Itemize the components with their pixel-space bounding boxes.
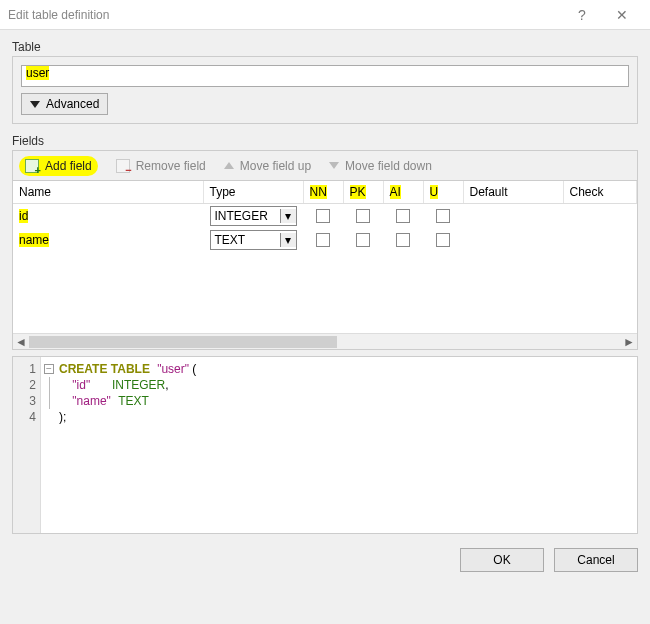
dropdown-icon[interactable]: ▾: [280, 233, 296, 247]
nn-checkbox[interactable]: [316, 209, 330, 223]
dropdown-icon[interactable]: ▾: [280, 209, 296, 223]
type-value: TEXT: [211, 233, 280, 247]
default-cell[interactable]: [463, 228, 563, 252]
move-up-label: Move field up: [240, 159, 311, 173]
col-header-u[interactable]: U: [423, 181, 463, 204]
col-header-pk[interactable]: PK: [343, 181, 383, 204]
table-header-row: Name Type NN PK AI U Default Check: [13, 181, 637, 204]
move-down-label: Move field down: [345, 159, 432, 173]
fold-toggle-icon[interactable]: −: [44, 364, 54, 374]
add-icon: [25, 159, 39, 173]
pk-checkbox[interactable]: [356, 233, 370, 247]
check-cell[interactable]: [563, 228, 637, 252]
type-select[interactable]: INTEGER ▾: [210, 206, 297, 226]
col-header-default[interactable]: Default: [463, 181, 563, 204]
chevron-down-icon: [30, 101, 40, 108]
type-value: INTEGER: [211, 209, 280, 223]
triangle-up-icon: [224, 162, 234, 169]
scroll-right-icon[interactable]: ►: [621, 335, 637, 349]
remove-icon: [116, 159, 130, 173]
scroll-left-icon[interactable]: ◄: [13, 335, 29, 349]
ai-checkbox[interactable]: [396, 233, 410, 247]
line-number-gutter: 1 2 3 4: [13, 357, 41, 533]
table-name-value: user: [26, 66, 49, 80]
fields-toolbar: Add field Remove field Move field up Mov…: [12, 150, 638, 180]
col-header-check[interactable]: Check: [563, 181, 637, 204]
move-up-button[interactable]: Move field up: [224, 159, 311, 173]
sql-preview: 1 2 3 4 − CREATE TABLE "user" ( "id" INT…: [12, 356, 638, 534]
cancel-button[interactable]: Cancel: [554, 548, 638, 572]
remove-field-button[interactable]: Remove field: [116, 159, 206, 173]
scrollbar-track[interactable]: [29, 334, 621, 350]
fold-column: −: [41, 357, 57, 533]
col-header-name[interactable]: Name: [13, 181, 203, 204]
nn-checkbox[interactable]: [316, 233, 330, 247]
help-button[interactable]: ?: [562, 7, 602, 23]
default-cell[interactable]: [463, 204, 563, 229]
triangle-down-icon: [329, 162, 339, 169]
table-group: user Advanced: [12, 56, 638, 124]
type-select[interactable]: TEXT ▾: [210, 230, 297, 250]
fields-table-container: Name Type NN PK AI U Default Check id: [12, 180, 638, 350]
add-field-label: Add field: [45, 159, 92, 173]
fields-table: Name Type NN PK AI U Default Check id: [13, 181, 637, 252]
table-row[interactable]: name TEXT ▾: [13, 228, 637, 252]
field-name[interactable]: id: [19, 209, 28, 223]
table-row[interactable]: id INTEGER ▾: [13, 204, 637, 229]
col-header-nn[interactable]: NN: [303, 181, 343, 204]
add-field-button[interactable]: Add field: [19, 156, 98, 176]
remove-field-label: Remove field: [136, 159, 206, 173]
advanced-button[interactable]: Advanced: [21, 93, 108, 115]
fields-section-label: Fields: [12, 134, 638, 148]
sql-code[interactable]: CREATE TABLE "user" ( "id" INTEGER, "nam…: [57, 357, 202, 533]
window-title: Edit table definition: [8, 8, 562, 22]
ok-button[interactable]: OK: [460, 548, 544, 572]
move-down-button[interactable]: Move field down: [329, 159, 432, 173]
horizontal-scrollbar[interactable]: ◄ ►: [13, 333, 637, 349]
dialog-footer: OK Cancel: [0, 540, 650, 580]
scrollbar-thumb[interactable]: [29, 336, 337, 348]
col-header-ai[interactable]: AI: [383, 181, 423, 204]
close-button[interactable]: ✕: [602, 7, 642, 23]
titlebar: Edit table definition ? ✕: [0, 0, 650, 30]
check-cell[interactable]: [563, 204, 637, 229]
pk-checkbox[interactable]: [356, 209, 370, 223]
table-name-input[interactable]: user: [21, 65, 629, 87]
ai-checkbox[interactable]: [396, 209, 410, 223]
field-name[interactable]: name: [19, 233, 49, 247]
table-section-label: Table: [12, 40, 638, 54]
advanced-label: Advanced: [46, 97, 99, 111]
u-checkbox[interactable]: [436, 209, 450, 223]
col-header-type[interactable]: Type: [203, 181, 303, 204]
u-checkbox[interactable]: [436, 233, 450, 247]
